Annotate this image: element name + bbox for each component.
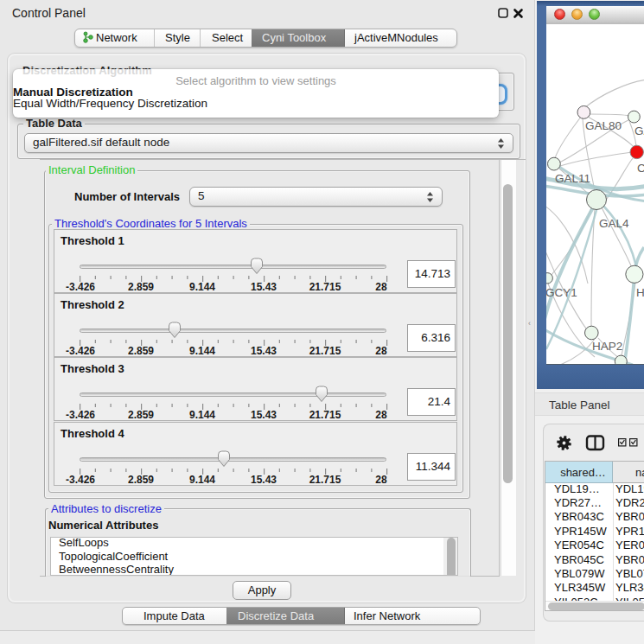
svg-text:GA: GA: [634, 124, 644, 137]
svg-text:GAL80: GAL80: [585, 119, 622, 132]
svg-text:GCY1: GCY1: [546, 286, 577, 299]
svg-text:C: C: [637, 162, 644, 175]
svg-text:HAP2: HAP2: [592, 340, 622, 353]
svg-text:GAL11: GAL11: [555, 172, 590, 185]
svg-text:H: H: [636, 286, 644, 299]
svg-text:GAL4: GAL4: [599, 217, 629, 230]
